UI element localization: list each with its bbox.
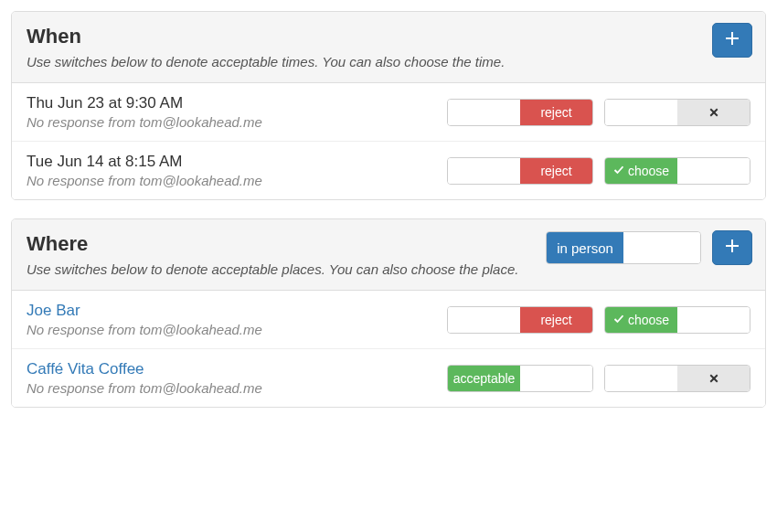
when-header-controls (712, 23, 752, 58)
choose-label: choose (605, 307, 677, 333)
reject-label: reject (520, 100, 592, 125)
when-title: When (27, 25, 750, 48)
reject-label: reject (520, 307, 592, 333)
choose-label: choose (605, 158, 677, 184)
where-header: Where Use switches below to denote accep… (12, 219, 765, 291)
reject-label: reject (520, 158, 592, 184)
time-row-info: Tue Jun 14 at 8:15 AM No response from t… (27, 153, 447, 188)
place-row: Caffé Vita Coffee No response from tom@l… (12, 349, 765, 407)
time-label: Thu Jun 23 at 9:30 AM (27, 94, 447, 112)
svg-rect-1 (726, 37, 739, 39)
toggle-blank (677, 158, 750, 184)
time-row-info: Thu Jun 23 at 9:30 AM No response from t… (27, 94, 447, 130)
toggle-blank (623, 232, 700, 263)
toggle-blank (605, 366, 677, 391)
place-row-controls: reject choose (447, 306, 750, 334)
where-header-controls: in person (546, 230, 752, 265)
when-panel: When Use switches below to denote accept… (11, 11, 766, 200)
time-row-controls: reject choose (447, 157, 750, 185)
place-link[interactable]: Caffé Vita Coffee (27, 360, 447, 378)
check-icon (613, 164, 624, 178)
reject-toggle[interactable]: reject (447, 157, 593, 185)
add-place-button[interactable] (712, 230, 752, 265)
time-row: Thu Jun 23 at 9:30 AM No response from t… (12, 83, 765, 142)
toggle-blank (520, 366, 592, 391)
add-time-button[interactable] (712, 23, 752, 58)
time-row-controls: reject (447, 99, 750, 126)
where-panel: Where Use switches below to denote accep… (11, 218, 766, 408)
plus-icon (725, 239, 740, 257)
in-person-toggle[interactable]: in person (546, 231, 701, 264)
svg-rect-5 (726, 245, 739, 247)
choose-toggle[interactable]: choose (604, 157, 750, 185)
plus-icon (725, 31, 740, 49)
reject-toggle[interactable]: reject (447, 99, 593, 126)
toggle-blank (448, 100, 520, 125)
place-row: Joe Bar No response from tom@lookahead.m… (12, 291, 765, 349)
when-header: When Use switches below to denote accept… (12, 12, 765, 83)
dismiss-toggle[interactable] (604, 365, 750, 392)
toggle-blank (448, 158, 520, 184)
acceptable-label: acceptable (448, 366, 520, 391)
place-response-status: No response from tom@lookahead.me (27, 322, 447, 337)
when-subtitle: Use switches below to denote acceptable … (27, 54, 750, 69)
time-row: Tue Jun 14 at 8:15 AM No response from t… (12, 142, 765, 199)
time-response-status: No response from tom@lookahead.me (27, 173, 447, 188)
place-link[interactable]: Joe Bar (27, 302, 447, 320)
time-response-status: No response from tom@lookahead.me (27, 114, 447, 130)
x-icon (677, 366, 750, 391)
in-person-label: in person (547, 232, 623, 263)
place-row-info: Joe Bar No response from tom@lookahead.m… (27, 302, 447, 337)
toggle-blank (677, 307, 750, 333)
choose-toggle[interactable]: choose (604, 306, 750, 334)
check-icon (613, 313, 624, 327)
toggle-blank (605, 100, 677, 125)
place-response-status: No response from tom@lookahead.me (27, 380, 447, 396)
place-row-info: Caffé Vita Coffee No response from tom@l… (27, 360, 447, 396)
dismiss-toggle[interactable] (604, 99, 750, 126)
place-row-controls: acceptable (447, 365, 750, 392)
x-icon (677, 100, 750, 125)
reject-toggle[interactable]: reject (447, 306, 593, 334)
toggle-blank (448, 307, 520, 333)
time-label: Tue Jun 14 at 8:15 AM (27, 153, 447, 171)
acceptable-toggle[interactable]: acceptable (447, 365, 593, 392)
